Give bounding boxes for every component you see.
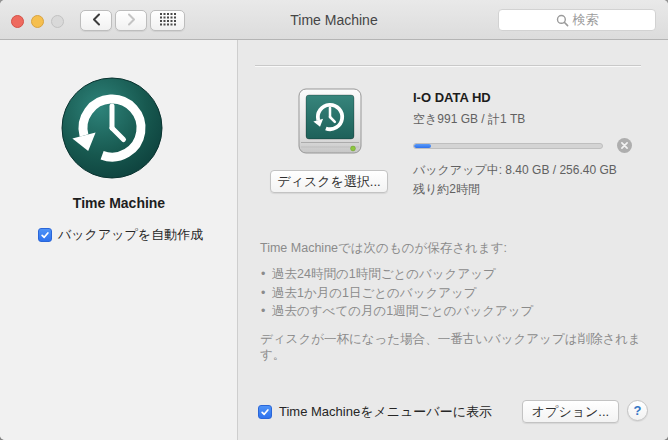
select-disk-button[interactable]: ディスクを選択... [270, 170, 388, 193]
menubar-checkbox[interactable] [258, 405, 272, 419]
sidebar: Time Machine バックアップを自動作成 [0, 40, 238, 440]
backup-remaining-text: 残り約2時間 [413, 182, 643, 197]
backup-disk-icon [295, 88, 365, 158]
section-divider [255, 65, 641, 67]
zoom-button-disabled [51, 15, 64, 28]
retention-bullet-list: 過去24時間の1時間ごとのバックアップ 過去1か月の1日ごとのバックアップ 過去… [260, 265, 652, 321]
disk-info: I-O DATA HD 空き991 GB / 計1 TB バックアップ中: 8.… [413, 91, 643, 197]
show-all-button[interactable] [150, 10, 185, 31]
retention-info-header: Time Machineでは次のものが保存されます: [260, 240, 652, 256]
backup-progress-fill [414, 144, 431, 148]
check-icon [260, 407, 270, 417]
grid-icon [160, 12, 176, 30]
retention-info-footer: ディスクが一杯になった場合、一番古いバックアップは削除されます。 [260, 331, 652, 363]
minimize-button[interactable] [31, 15, 44, 28]
check-icon [40, 230, 50, 240]
main-panel: ディスクを選択... I-O DATA HD 空き991 GB / 計1 TB … [238, 40, 668, 440]
retention-bullet-daily: 過去1か月の1日ごとのバックアップ [260, 284, 652, 303]
cancel-backup-button[interactable] [617, 138, 632, 153]
options-button-label: オプション... [532, 403, 609, 421]
select-disk-button-label: ディスクを選択... [277, 173, 380, 191]
chevron-left-icon [92, 12, 101, 30]
retention-info: Time Machineでは次のものが保存されます: 過去24時間の1時間ごとの… [260, 240, 652, 363]
disk-led-light [351, 146, 356, 151]
toolbar: Time Machine 検索 [0, 0, 668, 40]
disk-name: I-O DATA HD [413, 91, 643, 105]
search-input[interactable]: 検索 [498, 9, 656, 31]
help-button[interactable]: ? [627, 400, 648, 421]
backup-status-text: バックアップ中: 8.40 GB / 256.40 GB [413, 163, 643, 178]
back-button[interactable] [80, 10, 112, 31]
retention-bullet-weekly: 過去のすべての月の1週間ごとのバックアップ [260, 302, 652, 321]
time-machine-preferences-window: Time Machine 検索 [0, 0, 668, 440]
search-placeholder: 検索 [573, 11, 599, 29]
disk-capacity: 空き991 GB / 計1 TB [413, 112, 643, 127]
backup-progress-row [413, 138, 643, 153]
auto-backup-checkbox[interactable] [38, 228, 52, 242]
backup-progress-bar [413, 143, 603, 149]
app-name-label: Time Machine [0, 195, 238, 211]
menubar-label: Time Machineをメニューバーに表示 [279, 403, 492, 421]
options-button[interactable]: オプション... [522, 400, 619, 423]
x-circle-icon [617, 138, 632, 153]
chevron-right-icon [127, 12, 136, 30]
time-machine-icon [60, 76, 164, 180]
auto-backup-label: バックアップを自動作成 [58, 226, 203, 244]
question-mark-icon: ? [634, 403, 642, 418]
search-icon [556, 14, 569, 27]
forward-button [115, 10, 147, 31]
menubar-checkbox-row[interactable]: Time Machineをメニューバーに表示 [258, 403, 492, 421]
retention-bullet-hourly: 過去24時間の1時間ごとのバックアップ [260, 265, 652, 284]
auto-backup-checkbox-row[interactable]: バックアップを自動作成 [38, 226, 203, 244]
close-button[interactable] [11, 15, 24, 28]
